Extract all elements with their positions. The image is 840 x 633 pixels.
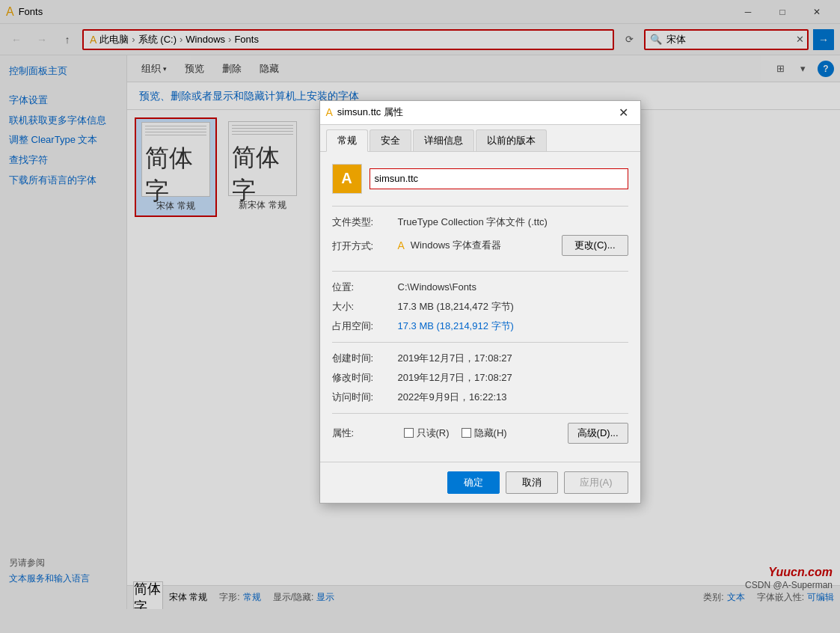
- hidden-checkbox[interactable]: [462, 428, 471, 438]
- readonly-checkbox-label[interactable]: 只读(R): [404, 426, 450, 440]
- dialog-overlay: A simsun.ttc 属性 ✕ 常规 安全 详细信息 以前的版本 A 文件类…: [0, 0, 840, 633]
- change-button[interactable]: 更改(C)...: [562, 235, 628, 256]
- prop-value-modified: 2019年12月7日，17:08:27: [398, 371, 628, 385]
- prop-row-openwith: 打开方式: A Windows 字体查看器 更改(C)...: [332, 235, 628, 262]
- divider-3: [332, 342, 628, 343]
- prop-value-location: C:\Windows\Fonts: [398, 281, 628, 293]
- dialog-close-button[interactable]: ✕: [613, 102, 634, 123]
- dialog-footer: 确定 取消 应用(A): [320, 462, 640, 503]
- dialog-tab-general[interactable]: 常规: [326, 129, 368, 152]
- ok-button[interactable]: 确定: [447, 471, 500, 494]
- dialog-tabs: 常规 安全 详细信息 以前的版本: [320, 125, 640, 152]
- prop-row-filetype: 文件类型: TrueType Collection 字体文件 (.ttc): [332, 215, 628, 229]
- dialog-title: simsun.ttc 属性: [337, 106, 613, 119]
- prop-row-size: 大小: 17.3 MB (18,214,472 字节): [332, 300, 628, 314]
- prop-row-created: 创建时间: 2019年12月7日，17:08:27: [332, 352, 628, 365]
- advanced-button[interactable]: 高级(D)...: [568, 423, 628, 444]
- prop-row-location: 位置: C:\Windows\Fonts: [332, 281, 628, 294]
- properties-dialog: A simsun.ttc 属性 ✕ 常规 安全 详细信息 以前的版本 A 文件类…: [319, 100, 641, 504]
- divider-2: [332, 271, 628, 272]
- dialog-tab-security[interactable]: 安全: [370, 129, 411, 151]
- dialog-body: A 文件类型: TrueType Collection 字体文件 (.ttc) …: [320, 152, 640, 456]
- file-icon-row: A: [332, 164, 628, 194]
- prop-value-size: 17.3 MB (18,214,472 字节): [398, 300, 628, 314]
- prop-value-spaceused: 17.3 MB (18,214,912 字节): [398, 319, 628, 333]
- prop-label-accessed: 访问时间:: [332, 391, 392, 404]
- file-name-input[interactable]: [370, 168, 628, 189]
- prop-label-openwith: 打开方式:: [332, 239, 392, 253]
- divider-4: [332, 413, 628, 414]
- prop-label-spaceused: 占用空间:: [332, 319, 392, 333]
- divider-1: [332, 206, 628, 207]
- cancel-button[interactable]: 取消: [506, 471, 558, 494]
- dialog-tab-previous[interactable]: 以前的版本: [476, 129, 547, 151]
- prop-value-openwith: Windows 字体查看器: [411, 239, 556, 252]
- dialog-tab-details[interactable]: 详细信息: [413, 129, 474, 151]
- prop-label-location: 位置:: [332, 281, 392, 294]
- prop-row-modified: 修改时间: 2019年12月7日，17:08:27: [332, 371, 628, 385]
- apply-button[interactable]: 应用(A): [564, 471, 628, 494]
- readonly-checkbox[interactable]: [404, 428, 414, 438]
- file-icon: A: [332, 164, 362, 194]
- prop-label-filetype: 文件类型:: [332, 215, 392, 229]
- prop-row-accessed: 访问时间: 2022年9月9日，16:22:13: [332, 391, 628, 404]
- prop-row-spaceused: 占用空间: 17.3 MB (18,214,912 字节): [332, 319, 628, 333]
- dialog-titlebar: A simsun.ttc 属性 ✕: [320, 101, 640, 125]
- prop-value-accessed: 2022年9月9日，16:22:13: [398, 391, 628, 404]
- open-with-row: A Windows 字体查看器 更改(C)...: [398, 235, 628, 256]
- prop-label-modified: 修改时间:: [332, 371, 392, 385]
- prop-label-size: 大小:: [332, 300, 392, 314]
- prop-value-filetype: TrueType Collection 字体文件 (.ttc): [398, 215, 628, 229]
- prop-label-created: 创建时间:: [332, 352, 392, 365]
- prop-label-attributes: 属性:: [332, 426, 392, 440]
- open-with-icon: A: [398, 239, 405, 251]
- hidden-checkbox-label[interactable]: 隐藏(H): [462, 426, 507, 440]
- attributes-row: 属性: 只读(R) 隐藏(H) 高级(D)...: [332, 423, 628, 444]
- prop-value-created: 2019年12月7日，17:08:27: [398, 352, 628, 365]
- dialog-icon: A: [326, 106, 333, 118]
